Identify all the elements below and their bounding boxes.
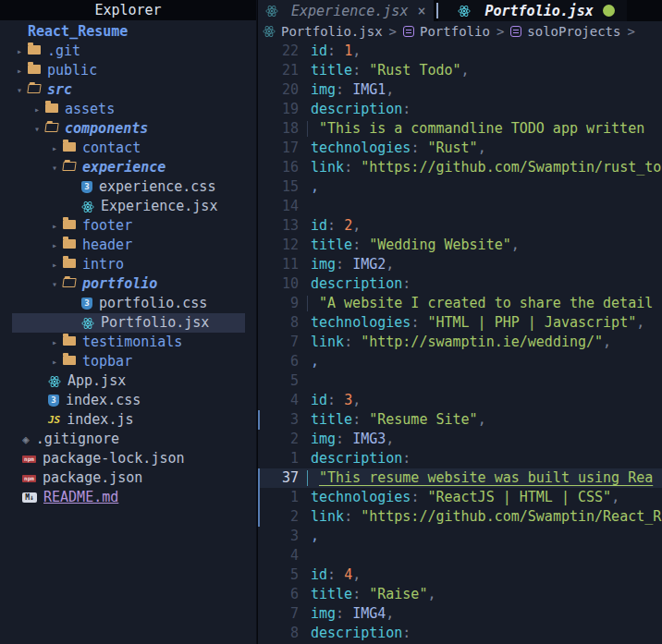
tree-item-index-css[interactable]: 3index.css [0, 391, 256, 410]
tree-item-label: .git [47, 43, 80, 59]
code-token: : [402, 625, 411, 641]
code-line[interactable]: 6title: "Raise", [258, 585, 662, 604]
tree-item-index-js[interactable]: JSindex.js [0, 410, 256, 430]
tree-item-label: public [47, 62, 97, 79]
code-line[interactable]: 12title: "Wedding Website", [258, 236, 662, 255]
code-line[interactable]: 8description: [258, 624, 662, 643]
line-number: 14 [258, 197, 299, 216]
tree-item-src[interactable]: ▾src [0, 80, 256, 100]
code-line-current[interactable]: 37"This resume website was built using R… [258, 468, 662, 488]
tree-item-header[interactable]: ▸header [0, 236, 256, 255]
code-line[interactable]: 8technologies: "HTML | PHP | Javascript"… [258, 313, 662, 333]
chevron-right-icon: ▸ [52, 352, 63, 371]
tree-item-testimonials[interactable]: ▸testimonials [0, 333, 256, 352]
line-number: 5 [258, 565, 299, 585]
react-icon [48, 375, 61, 388]
tab-experience-jsx[interactable]: Experience.jsx× [258, 0, 434, 21]
tab-bar: Experience.jsx×Portfolio.jsx [258, 0, 662, 21]
tree-item-contact[interactable]: ▸contact [0, 139, 256, 158]
tree-item-readme-md[interactable]: M↓README.md [0, 488, 256, 507]
code-token: : [336, 81, 352, 98]
code-line[interactable]: 3title: "Resume Site", [258, 410, 662, 430]
folder-icon [63, 220, 76, 229]
code-line[interactable]: 7link: "http://swamptin.ie/wedding/", [258, 333, 662, 352]
code-line[interactable]: 18"This is a commandline TODO app writte… [258, 119, 662, 139]
tree-item-label: Experience.jsx [101, 198, 217, 214]
tree-item-portfolio[interactable]: ▾portfolio [0, 274, 256, 294]
breadcrumb-item-portfolio[interactable]: Portfolio [420, 24, 490, 39]
code-line[interactable]: 13id: 2, [258, 216, 662, 236]
code-token: 4 [344, 566, 352, 583]
tree-item-components[interactable]: ▾components [0, 119, 256, 139]
code-token: : [402, 450, 411, 467]
tree-item-topbar[interactable]: ▸topbar [0, 352, 256, 371]
code-line[interactable]: 4id: 3, [258, 391, 662, 410]
code-token: "Raise" [369, 586, 427, 602]
code-line[interactable]: 16link: "https://github.com/Swamptin/rus… [258, 158, 662, 177]
code-token: link [311, 334, 344, 350]
line-number: 3 [258, 527, 299, 546]
close-icon[interactable]: × [417, 3, 425, 19]
tree-item-portfolio-css[interactable]: 3portfolio.css [0, 294, 256, 313]
code-line[interactable]: 10description: [258, 274, 662, 294]
tree-item-app-jsx[interactable]: App.jsx [0, 371, 256, 391]
tree-item-experience-jsx[interactable]: Experience.jsx [0, 197, 256, 216]
markdown-icon: M↓ [22, 492, 37, 503]
line-number: 6 [258, 352, 299, 371]
indent-guide [307, 470, 308, 486]
code-line[interactable]: 4 [258, 546, 662, 565]
code-line[interactable]: 14 [258, 197, 662, 216]
tree-item-intro[interactable]: ▸intro [0, 255, 256, 274]
code-line[interactable]: 5 [258, 371, 662, 391]
tree-item-package-lock-json[interactable]: npmpackage-lock.json [0, 449, 256, 468]
code-line[interactable]: 19description: [258, 100, 662, 119]
tab-portfolio-jsx[interactable]: Portfolio.jsx [438, 0, 626, 21]
file-tree: React_Resume▸.git▸public▾src▸assets▾comp… [0, 20, 256, 507]
tree-item-react-resume[interactable]: React_Resume [0, 22, 256, 42]
code-line[interactable]: 21title: "Rust Todo", [258, 61, 662, 80]
css-icon: 3 [81, 181, 92, 193]
code-line[interactable]: 17technologies: "Rust", [258, 139, 662, 158]
line-number: 21 [258, 61, 299, 80]
code-line[interactable]: 3, [258, 527, 662, 546]
code-line[interactable]: 5id: 4, [258, 565, 662, 585]
tree-item-portfolio-jsx[interactable]: Portfolio.jsx [0, 313, 256, 333]
tree-item--git[interactable]: ▸.git [0, 42, 256, 61]
code-line[interactable]: 1description: [258, 449, 662, 468]
code-editor[interactable]: 22id: 1,21title: "Rust Todo",20img: IMG1… [258, 42, 662, 644]
tree-item-label: header [82, 237, 132, 253]
breadcrumb-item-portfolio-jsx[interactable]: Portfolio.jsx [281, 24, 383, 39]
tree-item-label: components [65, 120, 148, 137]
code-line[interactable]: 22id: 1, [258, 42, 662, 61]
react-icon [263, 25, 276, 38]
tree-item-package-json[interactable]: npmpackage.json [0, 468, 256, 488]
code-token: , [352, 566, 361, 583]
tree-item-experience[interactable]: ▾experience [0, 158, 256, 177]
tree-item-footer[interactable]: ▸footer [0, 216, 256, 236]
code-token: IMG3 [352, 431, 386, 447]
code-line[interactable]: 7img: IMG4, [258, 604, 662, 624]
code-line[interactable]: 20img: IMG1, [258, 80, 662, 100]
code-token: , [311, 528, 319, 544]
code-token: , [511, 237, 520, 253]
tree-item-assets[interactable]: ▸assets [0, 100, 256, 119]
code-line[interactable]: 11img: IMG2, [258, 255, 662, 274]
tree-item--gitignore[interactable]: ◈.gitignore [0, 430, 256, 449]
react-icon [81, 200, 94, 213]
tree-item-public[interactable]: ▸public [0, 61, 256, 80]
code-line[interactable]: 2link: "https://github.com/Swamptin/Reac… [258, 507, 662, 527]
code-line[interactable]: 2img: IMG3, [258, 430, 662, 449]
breadcrumb-item-soloprojects[interactable]: soloProjects [527, 24, 620, 39]
code-token: , [352, 43, 361, 59]
tree-item-label: portfolio [82, 275, 157, 292]
code-line[interactable]: 6, [258, 352, 662, 371]
code-line[interactable]: 1technologies: "ReactJS | HTML | CSS", [258, 488, 662, 507]
code-token: "https://github.com/Swamptin/React_R [361, 508, 661, 525]
folder-open-icon [44, 123, 58, 132]
code-token: , [386, 605, 394, 622]
code-token: img [311, 256, 336, 273]
code-token: IMG2 [352, 256, 386, 273]
code-line[interactable]: 15, [258, 177, 662, 197]
code-line[interactable]: 9"A website I created to share the detai… [258, 294, 662, 313]
tree-item-experience-css[interactable]: 3experience.css [0, 177, 256, 197]
